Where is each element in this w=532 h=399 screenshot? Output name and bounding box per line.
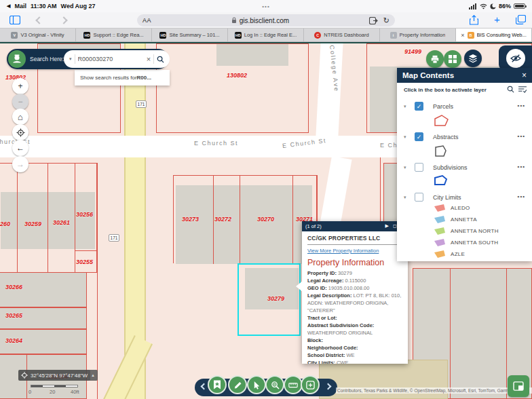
- legend-item-annetta-north: ANNETTA NORTH: [434, 227, 499, 235]
- field-school-district: School District: WE: [307, 352, 402, 359]
- search-input[interactable]: [78, 56, 144, 62]
- expand-layer-icon[interactable]: ▾: [404, 165, 406, 170]
- sidebar-toggle-icon[interactable]: [10, 16, 20, 24]
- map-contents-header[interactable]: Map Contents ×: [397, 68, 532, 83]
- address-bar[interactable]: AA gis.bisclient.com ↻: [137, 14, 395, 26]
- layer-search-icon[interactable]: [507, 86, 514, 93]
- tab-support-edge[interactable]: HDSupport :: Edge Rea...: [76, 28, 152, 41]
- share-icon[interactable]: [470, 15, 478, 25]
- hide-ui-button[interactable]: [506, 49, 525, 68]
- parcel-label: 30279: [267, 295, 284, 302]
- popup-maximize-icon[interactable]: ◻: [393, 223, 397, 230]
- scale-bar: [31, 385, 78, 387]
- tab-bis-consulting-active[interactable]: ×BBIS Consulting Web...: [456, 28, 532, 41]
- popup-body: CC/GK PROPERTIES LLC View More Property …: [302, 231, 408, 364]
- printer-icon: [430, 55, 440, 64]
- locate-me-button[interactable]: [12, 124, 28, 140]
- select-tool-button[interactable]: [247, 375, 266, 394]
- close-panel-icon[interactable]: ×: [522, 71, 527, 80]
- layer-options-icon[interactable]: •••: [518, 133, 525, 139]
- coordinates-widget[interactable]: 32°45'28"N 97°47'48"W: [18, 370, 90, 381]
- add-data-tool-button[interactable]: [301, 375, 320, 394]
- layer-row-abstracts[interactable]: ▾ ✓ Abstracts •••: [397, 132, 532, 143]
- url-text[interactable]: gis.bisclient.com: [240, 17, 289, 24]
- bookmarks-tool-button[interactable]: [208, 375, 227, 394]
- parcel-boundary-line: [97, 163, 98, 399]
- multitasking-handle[interactable]: •••: [0, 3, 532, 10]
- ruler-icon: [288, 381, 298, 389]
- tab-property-information[interactable]: iProperty Information: [380, 28, 456, 41]
- basemap-gallery-button[interactable]: [444, 50, 461, 68]
- coordinates-text: 32°45'28"N 97°47'48"W: [31, 373, 88, 379]
- parcel-label: 30259: [24, 221, 41, 227]
- toolbar-scroll-left-icon[interactable]: [201, 383, 208, 390]
- reload-icon[interactable]: ↻: [383, 17, 390, 24]
- zoom-in-button[interactable]: +: [12, 78, 28, 94]
- tab-site-summary[interactable]: HDSite Summary – 101...: [152, 28, 228, 41]
- view-more-link[interactable]: View More Property Information: [307, 248, 402, 254]
- forward-button[interactable]: [60, 16, 67, 24]
- tab-overview-icon[interactable]: [516, 15, 526, 24]
- layer-checkbox-abstracts[interactable]: ✓: [415, 132, 423, 141]
- next-extent-button[interactable]: →: [12, 156, 28, 172]
- search-type-dropdown-icon[interactable]: ▾: [69, 56, 72, 62]
- back-button[interactable]: [35, 16, 43, 24]
- expand-layer-icon[interactable]: ▾: [404, 195, 406, 200]
- layer-row-parcels[interactable]: ▾ ✓ Parcels •••: [397, 102, 532, 113]
- expand-layer-icon[interactable]: ▾: [404, 134, 406, 140]
- plus-icon: +: [18, 81, 22, 91]
- layer-checkbox-parcels[interactable]: ✓: [415, 102, 423, 111]
- tab-login-edge[interactable]: HDLog In :: Edge Real E...: [228, 28, 304, 41]
- parcel-label: 30256: [76, 211, 93, 218]
- popup-header[interactable]: (1 of 2) ▶ ◻ ×: [302, 221, 408, 231]
- legend-name: ANNETTA SOUTH: [451, 240, 498, 246]
- measure-tool-button[interactable]: [284, 375, 303, 394]
- previous-extent-button[interactable]: ←: [12, 140, 28, 156]
- zoom-out-button[interactable]: −: [12, 94, 28, 110]
- layer-row-city-limits[interactable]: ▾ City Limits •••: [397, 193, 532, 204]
- subdivisions-swatch: [432, 174, 450, 187]
- layer-checkbox-city-limits[interactable]: [415, 193, 423, 202]
- expand-layer-icon[interactable]: ▾: [404, 104, 406, 109]
- parcel-label: 30265: [5, 312, 22, 319]
- tab-favicon: HD: [159, 32, 166, 39]
- overview-map-button[interactable]: [508, 375, 529, 397]
- toolbar-scroll-right-icon[interactable]: [325, 383, 332, 390]
- home-extent-button[interactable]: ⌂: [12, 109, 28, 125]
- parcel-block[interactable]: [0, 163, 97, 273]
- layer-options-icon[interactable]: •••: [518, 193, 525, 200]
- layer-options-icon[interactable]: •••: [518, 164, 525, 170]
- tab-ntreis-dashboard[interactable]: CNTREIS Dashboard: [304, 28, 380, 41]
- gis-map-canvas[interactable]: E Church St E Church St E Church St E Ch…: [0, 42, 532, 399]
- popup-next-icon[interactable]: ▶: [385, 223, 389, 230]
- extensions-icon[interactable]: [369, 17, 378, 24]
- lock-icon: [231, 17, 237, 24]
- draw-tool-button[interactable]: [228, 375, 247, 394]
- field-property-id: Property ID: 30279: [307, 269, 402, 277]
- layer-filter-icon[interactable]: [518, 86, 527, 93]
- layer-options-icon[interactable]: •••: [518, 102, 525, 109]
- layers-button[interactable]: [464, 50, 482, 67]
- new-tab-icon[interactable]: +: [494, 14, 500, 25]
- coordinates-expand-icon[interactable]: ▴: [88, 370, 98, 381]
- grid-icon: [449, 55, 457, 63]
- print-button[interactable]: [426, 50, 444, 68]
- mascot-icon[interactable]: [8, 50, 26, 68]
- layer-name: Abstracts: [433, 134, 459, 140]
- clear-search-icon[interactable]: ×: [147, 56, 151, 63]
- layer-checkbox-subdivisions[interactable]: [415, 163, 423, 172]
- text-size-button[interactable]: AA: [142, 17, 151, 24]
- tab-close-icon[interactable]: ×: [461, 32, 464, 39]
- layer-hint-text: Click in the box to activate layer: [404, 87, 487, 93]
- layer-row-subdivisions[interactable]: ▾ Subdivisions •••: [397, 163, 532, 174]
- search-suggestion[interactable]: Show search results for R00...: [75, 70, 170, 86]
- tab-v3-original[interactable]: VV3 Original - Vfinity: [0, 28, 76, 41]
- tab-label: V3 Original - Vfinity: [20, 32, 64, 38]
- parcel-block[interactable]: [156, 43, 309, 133]
- legend-item-annetta-south: ANNETTA SOUTH: [434, 238, 498, 246]
- parcel-label: 30260: [0, 221, 10, 227]
- suggestion-text: Show search results for: [80, 75, 137, 81]
- parcel-label: 30264: [5, 337, 22, 344]
- query-tool-button[interactable]: [265, 375, 284, 394]
- search-icon[interactable]: [157, 56, 164, 63]
